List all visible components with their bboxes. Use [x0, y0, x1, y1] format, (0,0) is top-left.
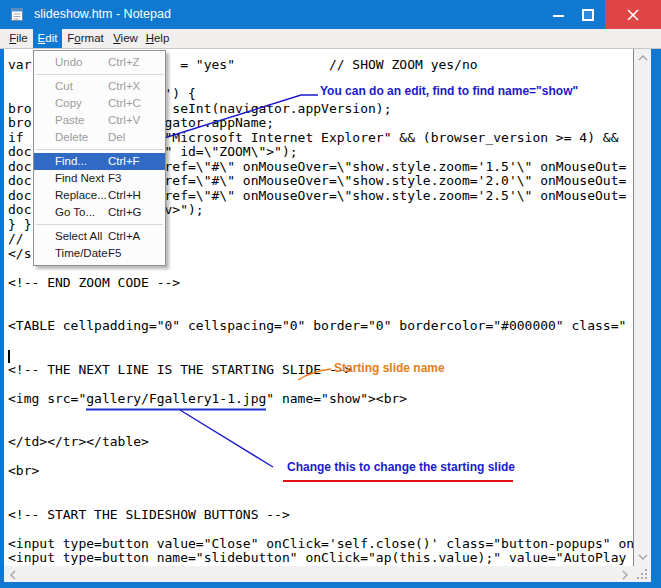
menubar-edit[interactable]: Edit	[33, 29, 62, 48]
menu-item-paste[interactable]: PasteCtrl+V	[34, 112, 165, 129]
menu-item-delete[interactable]: DeleteDel	[34, 129, 165, 146]
menubar-format[interactable]: Format	[62, 29, 109, 48]
title-bar[interactable]: slideshow.htm - Notepad	[0, 0, 661, 29]
close-button[interactable]	[605, 0, 661, 29]
menu-item-copy[interactable]: CopyCtrl+C	[34, 95, 165, 112]
resize-grip[interactable]	[634, 566, 651, 582]
scroll-left-icon[interactable]	[10, 570, 16, 580]
menubar-view[interactable]: View	[109, 29, 142, 48]
horizontal-scrollbar[interactable]	[4, 566, 634, 582]
menubar-file[interactable]: File	[4, 29, 33, 48]
menu-item-undo[interactable]: UndoCtrl+Z	[34, 54, 165, 71]
menu-separator	[36, 149, 163, 150]
notepad-window: slideshow.htm - Notepad File Edit Format…	[0, 0, 661, 588]
minimize-icon	[553, 15, 564, 17]
menu-item-find-next[interactable]: Find NextF3	[34, 170, 165, 187]
menu-item-select-all[interactable]: Select AllCtrl+A	[34, 228, 165, 245]
annotation-find-note: You can do an edit, find to find name="s…	[320, 84, 578, 98]
scroll-up-icon[interactable]	[638, 55, 648, 61]
minimize-button[interactable]	[543, 0, 573, 29]
scroll-right-icon[interactable]	[622, 570, 628, 580]
close-icon	[627, 9, 639, 21]
scroll-down-icon[interactable]	[638, 554, 648, 560]
annotation-change-note: Change this to change the starting slide	[287, 460, 515, 474]
vertical-scrollbar[interactable]	[634, 49, 651, 566]
menu-item-replace[interactable]: Replace...Ctrl+H	[34, 187, 165, 204]
menu-separator	[36, 74, 163, 75]
menu-item-go-to[interactable]: Go To...Ctrl+G	[34, 204, 165, 221]
maximize-button[interactable]	[573, 0, 603, 29]
text-caret	[8, 350, 10, 363]
menu-item-find[interactable]: Find...Ctrl+F	[34, 153, 165, 170]
menu-separator	[36, 224, 163, 225]
maximize-icon	[582, 9, 594, 21]
edit-menu-dropdown: UndoCtrl+Z CutCtrl+X CopyCtrl+C PasteCtr…	[33, 50, 166, 266]
menu-bar: File Edit Format View Help	[0, 29, 661, 49]
menubar-help[interactable]: Help	[142, 29, 173, 48]
annotation-slide-name-note: Starting slide name	[334, 361, 445, 375]
menu-item-time-date[interactable]: Time/DateF5	[34, 245, 165, 262]
notepad-icon	[9, 6, 25, 22]
resize-grip-dots	[634, 566, 651, 582]
menu-item-cut[interactable]: CutCtrl+X	[34, 78, 165, 95]
window-title: slideshow.htm - Notepad	[34, 7, 171, 21]
